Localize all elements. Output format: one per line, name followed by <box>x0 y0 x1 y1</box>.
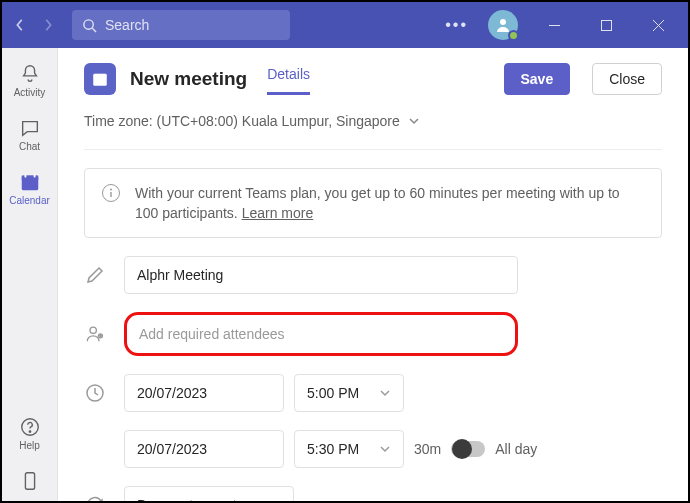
bell-icon <box>19 63 41 85</box>
window-minimize-button[interactable] <box>532 2 576 48</box>
end-date-field[interactable]: 20/07/2023 <box>124 430 284 468</box>
search-icon <box>82 18 97 33</box>
device-icon <box>19 470 41 492</box>
start-date-field[interactable]: 20/07/2023 <box>124 374 284 412</box>
title-bar: ••• <box>2 2 688 48</box>
rail-item-chat[interactable]: Chat <box>2 108 58 160</box>
attendees-icon <box>84 323 106 345</box>
svg-rect-13 <box>25 473 34 490</box>
rail-item-activity[interactable]: Activity <box>2 54 58 106</box>
timezone-label: Time zone: (UTC+08:00) Kuala Lumpur, Sin… <box>84 113 400 129</box>
rail-item-help[interactable]: Help <box>2 407 58 459</box>
search-box[interactable] <box>72 10 290 40</box>
nav-forward-button[interactable] <box>38 11 58 39</box>
end-time-field[interactable]: 5:30 PM <box>294 430 404 468</box>
page-title: New meeting <box>130 68 247 90</box>
svg-rect-18 <box>110 192 111 197</box>
allday-toggle[interactable] <box>451 441 485 457</box>
app-rail: Activity Chat Calendar Help <box>2 48 58 501</box>
save-button[interactable]: Save <box>504 63 571 95</box>
window-maximize-button[interactable] <box>584 2 628 48</box>
chevron-down-icon <box>408 115 420 127</box>
person-icon <box>495 17 511 33</box>
rail-label: Calendar <box>9 195 50 206</box>
svg-point-2 <box>500 19 506 25</box>
svg-rect-8 <box>21 175 38 180</box>
help-icon <box>19 416 41 438</box>
chevron-down-icon <box>379 443 391 455</box>
timezone-selector[interactable]: Time zone: (UTC+08:00) Kuala Lumpur, Sin… <box>84 101 662 150</box>
plan-info-banner: With your current Teams plan, you get up… <box>84 168 662 238</box>
attendees-field[interactable] <box>124 312 518 356</box>
nav-back-button[interactable] <box>10 11 30 39</box>
window-close-button[interactable] <box>636 2 680 48</box>
calendar-icon <box>19 171 41 193</box>
rail-item-device[interactable] <box>2 461 58 501</box>
allday-label: All day <box>495 441 537 457</box>
close-button[interactable]: Close <box>592 63 662 95</box>
recurrence-field[interactable]: Does not repeat <box>124 486 294 501</box>
attendees-input[interactable] <box>139 326 503 342</box>
pencil-icon <box>84 264 106 286</box>
rail-label: Activity <box>14 87 46 98</box>
svg-point-19 <box>90 327 96 333</box>
calendar-badge-icon <box>84 63 116 95</box>
presence-indicator <box>508 30 519 41</box>
page-header: New meeting Details Save Close <box>84 62 662 95</box>
duration-label: 30m <box>414 441 441 457</box>
rail-item-calendar[interactable]: Calendar <box>2 162 58 214</box>
clock-icon <box>84 382 106 404</box>
start-time-field[interactable]: 5:00 PM <box>294 374 404 412</box>
chevron-down-icon <box>379 387 391 399</box>
chat-icon <box>19 117 41 139</box>
svg-rect-15 <box>93 73 107 77</box>
user-avatar[interactable] <box>488 10 518 40</box>
rail-label: Help <box>19 440 40 451</box>
svg-point-0 <box>84 19 93 28</box>
repeat-icon <box>84 494 106 501</box>
meeting-title-field[interactable] <box>124 256 518 294</box>
svg-point-17 <box>110 189 112 191</box>
search-input[interactable] <box>105 17 280 33</box>
svg-line-1 <box>92 28 96 32</box>
more-options-button[interactable]: ••• <box>439 16 474 34</box>
tab-details[interactable]: Details <box>267 62 310 95</box>
info-icon <box>101 183 121 203</box>
banner-text: With your current Teams plan, you get up… <box>135 185 620 221</box>
svg-point-12 <box>29 430 30 431</box>
chevron-down-icon <box>269 499 281 501</box>
rail-label: Chat <box>19 141 40 152</box>
meeting-title-input[interactable] <box>137 267 505 283</box>
svg-rect-4 <box>601 20 611 30</box>
learn-more-link[interactable]: Learn more <box>242 205 314 221</box>
